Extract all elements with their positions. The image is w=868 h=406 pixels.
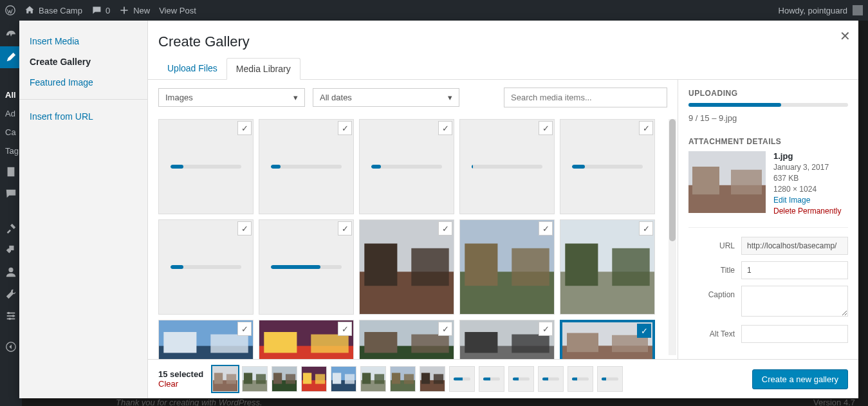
check-icon[interactable]: ✓ — [338, 221, 352, 235]
selection-mini[interactable] — [420, 366, 445, 392]
attachment-thumb[interactable]: ✓ — [259, 320, 354, 359]
sidebar-featured-image[interactable]: Featured Image — [19, 72, 147, 93]
check-icon[interactable]: ✓ — [438, 221, 452, 235]
selection-mini[interactable] — [390, 366, 416, 392]
submenu-tags[interactable]: Tag — [5, 146, 19, 156]
tab-upload-files[interactable]: Upload Files — [158, 58, 226, 79]
close-icon[interactable]: ✕ — [840, 28, 851, 44]
attachment-thumb[interactable]: ✓ — [359, 320, 454, 359]
selection-mini[interactable] — [272, 366, 297, 392]
filter-type-select[interactable]: Images — [158, 88, 305, 107]
svg-rect-31 — [311, 335, 348, 353]
attachment-thumb[interactable]: ✓ — [459, 219, 555, 315]
svg-point-9 — [12, 315, 15, 317]
svg-rect-30 — [264, 332, 297, 353]
attachment-thumb[interactable]: ✓ — [560, 219, 655, 315]
users-icon[interactable] — [0, 261, 22, 283]
check-icon[interactable]: ✓ — [338, 121, 352, 135]
check-icon[interactable]: ✓ — [438, 322, 452, 336]
clear-selection[interactable]: Clear — [158, 379, 203, 389]
appearance-icon[interactable] — [0, 217, 22, 239]
svg-point-10 — [8, 318, 11, 320]
plugins-icon[interactable] — [0, 239, 22, 261]
media-modal: Insert Media Create Gallery Featured Ima… — [19, 21, 858, 398]
check-icon[interactable]: ✓ — [539, 121, 553, 135]
check-icon[interactable]: ✓ — [237, 221, 252, 235]
attachment-thumb[interactable]: ✓ — [560, 320, 655, 359]
avatar — [853, 5, 863, 15]
attachment-thumb[interactable]: ✓ — [259, 119, 354, 214]
attachment-date: January 3, 2017 — [773, 163, 841, 172]
selection-mini[interactable] — [568, 366, 593, 392]
attachment-thumb[interactable]: ✓ — [459, 320, 555, 359]
selection-mini[interactable] — [538, 366, 564, 392]
wp-footer-thank-you: Thank you for creating with WordPress. — [116, 398, 263, 406]
submenu-add[interactable]: Ad — [5, 109, 19, 118]
svg-rect-22 — [565, 244, 598, 286]
selection-mini[interactable] — [242, 366, 268, 392]
tools-icon[interactable] — [0, 283, 22, 305]
scrollbar[interactable] — [669, 119, 676, 355]
check-icon[interactable]: ✓ — [539, 221, 553, 235]
edit-image-link[interactable]: Edit Image — [773, 196, 841, 205]
check-icon[interactable]: ✓ — [237, 322, 252, 336]
view-post-link[interactable]: View Post — [159, 6, 196, 15]
attachment-thumb[interactable]: ✓ — [158, 119, 254, 214]
submenu-all[interactable]: All — [5, 90, 19, 100]
selection-mini[interactable] — [212, 366, 238, 392]
sidebar-create-gallery[interactable]: Create Gallery — [19, 51, 147, 72]
attachment-thumb[interactable]: ✓ — [459, 119, 555, 214]
svg-rect-34 — [364, 332, 397, 353]
attachment-thumb[interactable]: ✓ — [359, 119, 454, 214]
site-link[interactable]: Base Camp — [24, 5, 82, 15]
howdy[interactable]: Howdy, pointguard — [779, 5, 863, 15]
new-link[interactable]: New — [119, 5, 150, 15]
settings-icon[interactable] — [0, 305, 22, 327]
comments-link[interactable]: 0 — [91, 5, 110, 15]
check-icon[interactable]: ✓ — [438, 121, 452, 135]
alt-field[interactable] — [741, 325, 848, 343]
check-icon[interactable]: ✓ — [237, 121, 252, 135]
check-icon[interactable]: ✓ — [639, 121, 653, 135]
selection-mini[interactable] — [508, 366, 534, 392]
submenu-categories[interactable]: Ca — [5, 127, 19, 137]
sidebar-insert-media[interactable]: Insert Media — [19, 31, 147, 51]
check-icon[interactable]: ✓ — [637, 324, 651, 338]
svg-rect-19 — [512, 248, 549, 286]
sidebar-insert-from-url[interactable]: Insert from URL — [19, 106, 147, 127]
svg-rect-74 — [392, 373, 400, 384]
posts-icon[interactable] — [0, 46, 22, 68]
alt-label: Alt Text — [688, 325, 735, 338]
admin-menu — [0, 21, 22, 406]
check-icon[interactable]: ✓ — [639, 221, 653, 235]
check-icon[interactable]: ✓ — [338, 322, 352, 336]
modal-sidebar: Insert Media Create Gallery Featured Ima… — [19, 21, 148, 398]
tab-media-library[interactable]: Media Library — [226, 58, 300, 80]
selection-mini[interactable] — [449, 366, 475, 392]
caption-field[interactable] — [741, 286, 848, 317]
svg-rect-18 — [465, 244, 497, 286]
attachment-thumb[interactable]: ✓ — [158, 320, 254, 359]
attachment-thumb[interactable]: ✓ — [359, 219, 454, 315]
collapse-icon[interactable] — [0, 336, 22, 358]
search-input[interactable] — [504, 88, 667, 107]
selection-mini[interactable] — [479, 366, 504, 392]
create-gallery-button[interactable]: Create a new gallery — [752, 369, 848, 389]
attachment-dimensions: 1280 × 1024 — [773, 185, 841, 194]
attachment-thumb[interactable]: ✓ — [158, 219, 254, 315]
attachment-thumb[interactable]: ✓ — [560, 119, 655, 214]
wp-logo-icon[interactable] — [5, 5, 15, 15]
delete-permanently-link[interactable]: Delete Permanently — [773, 207, 841, 216]
url-field[interactable] — [741, 237, 848, 255]
attachment-thumb[interactable]: ✓ — [259, 219, 354, 315]
title-field[interactable] — [741, 261, 848, 279]
pages-icon[interactable] — [0, 161, 22, 183]
selection-mini[interactable] — [331, 366, 356, 392]
filter-date-select[interactable]: All dates — [313, 88, 459, 107]
comments-icon[interactable] — [0, 183, 22, 205]
selection-mini[interactable] — [597, 366, 623, 392]
check-icon[interactable]: ✓ — [539, 322, 553, 336]
selection-mini[interactable] — [301, 366, 327, 392]
selection-mini[interactable] — [360, 366, 386, 392]
dashboard-icon[interactable] — [0, 24, 22, 46]
